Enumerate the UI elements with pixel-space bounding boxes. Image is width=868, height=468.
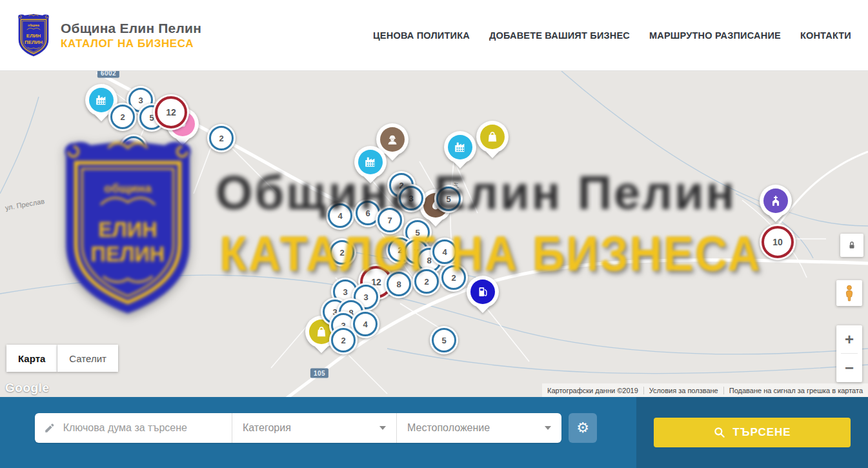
- bag-icon: [314, 325, 328, 339]
- cluster-marker[interactable]: 2: [329, 326, 358, 354]
- bag-icon: [485, 130, 500, 144]
- keyword-input[interactable]: [62, 422, 223, 434]
- gear-icon: ⚙: [576, 420, 589, 436]
- map-attribution: Картографски данни ©2019 Условия за полз…: [542, 383, 868, 397]
- attribution-copyright: Картографски данни ©2019: [542, 387, 643, 394]
- cluster-marker[interactable]: 10: [760, 224, 796, 260]
- cluster-marker[interactable]: 5: [434, 185, 463, 213]
- street-label: ул. Преслав: [5, 197, 45, 212]
- chevron-down-icon: [379, 426, 386, 430]
- church-icon: [769, 194, 783, 208]
- search-button[interactable]: ТЪРСЕНЕ: [654, 418, 851, 447]
- zoom-out-button[interactable]: −: [836, 354, 862, 382]
- cluster-marker[interactable]: 2: [328, 238, 356, 267]
- cluster-marker[interactable]: 2: [439, 263, 468, 292]
- main-nav: ЦЕНОВА ПОЛИТИКА ДОБАВЕТЕ ВАШИЯТ БИЗНЕС М…: [373, 30, 851, 41]
- brand[interactable]: Община Елин Пелин КАТАЛОГ НА БИЗНЕСА: [15, 13, 201, 58]
- keyword-field: [35, 413, 232, 443]
- factory-marker[interactable]: [354, 146, 387, 178]
- cluster-marker[interactable]: 2: [207, 124, 236, 152]
- category-select[interactable]: Категория: [232, 413, 396, 443]
- lock-button[interactable]: [840, 234, 863, 257]
- site-title: Община Елин Пелин: [61, 21, 201, 36]
- nav-contacts[interactable]: КОНТАКТИ: [800, 30, 851, 41]
- report-map-error-link[interactable]: Подаване на сигнал за грешка в картата: [723, 387, 868, 394]
- location-select[interactable]: Местоположение: [396, 413, 561, 443]
- page: Община Елин Пелин КАТАЛОГ НА БИЗНЕСА ЦЕН…: [0, 0, 868, 468]
- cluster-marker[interactable]: 4: [326, 201, 354, 230]
- worker-icon: [385, 132, 399, 147]
- search-bar-right-section: ТЪРСЕНЕ: [636, 397, 868, 468]
- road-badge: 105: [310, 369, 328, 378]
- pegman-button[interactable]: [836, 280, 862, 306]
- factory-icon: [453, 140, 467, 154]
- terms-of-use-link[interactable]: Условия за ползване: [643, 387, 723, 394]
- municipality-logo: [15, 13, 52, 58]
- brand-text: Община Елин Пелин КАТАЛОГ НА БИЗНЕСА: [61, 21, 201, 50]
- search-bar: ТЪРСЕНЕ Категория Местоположение ⚙: [0, 397, 868, 468]
- site-subtitle: КАТАЛОГ НА БИЗНЕСА: [61, 37, 201, 50]
- map-type-satellite-button[interactable]: Сателит: [57, 345, 118, 372]
- map-canvas[interactable]: 3251282235467527842128223338342510600210…: [0, 71, 868, 397]
- header: Община Елин Пелин КАТАЛОГ НА БИЗНЕСА ЦЕН…: [0, 0, 868, 71]
- zoom-in-button[interactable]: +: [836, 325, 862, 353]
- cluster-marker[interactable]: 8: [385, 270, 413, 298]
- fuel-icon: [476, 285, 490, 299]
- search-button-label: ТЪРСЕНЕ: [732, 426, 791, 439]
- cluster-marker[interactable]: 2: [412, 267, 441, 296]
- cluster-marker[interactable]: 8: [119, 134, 148, 163]
- cluster-marker[interactable]: 5: [430, 326, 458, 354]
- cluster-marker[interactable]: 2: [108, 103, 137, 131]
- church-marker[interactable]: [760, 185, 792, 217]
- factory-marker[interactable]: [444, 131, 476, 163]
- nav-add-your-business[interactable]: ДОБАВЕТЕ ВАШИЯТ БИЗНЕС: [489, 30, 630, 41]
- location-select-label: Местоположение: [407, 422, 490, 434]
- category-select-label: Категория: [243, 422, 291, 434]
- nav-route-schedule[interactable]: МАРШРУТНО РАЗПИСАНИЕ: [649, 30, 781, 41]
- cluster-marker[interactable]: 4: [430, 238, 459, 266]
- pegman-icon: [842, 285, 857, 301]
- lock-icon: [845, 239, 858, 252]
- chevron-down-icon: [545, 426, 551, 430]
- fuel-marker[interactable]: [467, 276, 499, 308]
- marker-layer: 3251282235467527842128223338342510600210…: [0, 71, 868, 397]
- zoom-control: + −: [836, 325, 862, 382]
- factory-icon: [94, 93, 108, 107]
- map-type-control: Карта Сателит: [6, 345, 118, 372]
- road-badge: 6002: [97, 71, 119, 78]
- cluster-marker[interactable]: 7: [376, 206, 404, 234]
- search-pill: Категория Местоположение: [35, 413, 561, 443]
- bag-marker[interactable]: [476, 121, 509, 153]
- settings-button[interactable]: ⚙: [569, 413, 597, 443]
- search-icon: [713, 426, 726, 439]
- nav-pricing-policy[interactable]: ЦЕНОВА ПОЛИТИКА: [373, 30, 470, 41]
- cluster-marker[interactable]: 12: [153, 94, 189, 130]
- google-logo[interactable]: Google: [5, 381, 49, 395]
- pencil-icon: [44, 422, 56, 434]
- factory-icon: [363, 155, 378, 169]
- map-type-map-button[interactable]: Карта: [6, 345, 57, 372]
